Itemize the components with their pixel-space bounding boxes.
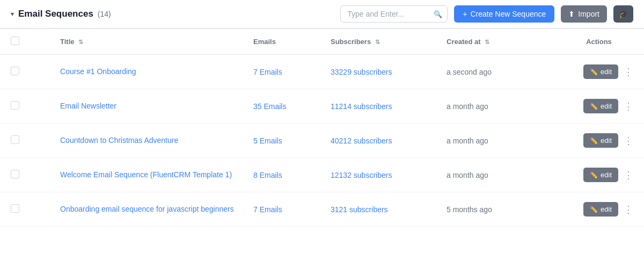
row-subscribers-cell: 11214 subscribers (322, 89, 438, 124)
sequence-emails: 8 Emails (253, 171, 282, 179)
sequence-title-link[interactable]: Onboarding email sequence for javascript… (60, 205, 234, 213)
import-button[interactable]: ⬆ Import (561, 5, 607, 23)
row-subscribers-cell: 12132 subscribers (322, 158, 438, 192)
row-subscribers-cell: 3121 subscribers (322, 192, 438, 227)
title-col-label: Title (60, 38, 75, 46)
more-options-button[interactable]: ⋮ (621, 66, 635, 78)
row-emails-cell: 5 Emails (245, 124, 322, 158)
upload-icon: ⬆ (568, 10, 575, 18)
pencil-icon: ✏️ (590, 171, 598, 179)
edit-label: edit (601, 205, 612, 213)
sequence-emails: 5 Emails (253, 136, 282, 145)
sequence-subscribers: 12132 subscribers (331, 171, 392, 179)
table-row: Countdown to Christmas Adventure 5 Email… (0, 124, 644, 158)
sequences-table: Title ⇅ Emails Subscribers ⇅ Created at … (0, 28, 644, 227)
title-sort-icon[interactable]: ⇅ (78, 39, 83, 45)
table-row: Welcome Email Sequence (FluentCRM Templa… (0, 158, 644, 192)
sequence-created-at: 5 months ago (447, 205, 492, 214)
row-checkbox-cell (0, 124, 52, 158)
header-emails-col: Emails (245, 29, 322, 55)
table-row: Onboarding email sequence for javascript… (0, 192, 644, 227)
table-row: Course #1 Onboarding 7 Emails 33229 subs… (0, 55, 644, 89)
row-created-cell: a month ago (438, 124, 554, 158)
created-sort-icon[interactable]: ⇅ (485, 39, 489, 45)
row-title-cell: Onboarding email sequence for javascript… (52, 192, 245, 227)
sequence-subscribers: 11214 subscribers (331, 102, 392, 111)
more-options-button[interactable]: ⋮ (621, 100, 635, 112)
edit-button[interactable]: ✏️ edit (583, 202, 618, 217)
sequence-title-link[interactable]: Countdown to Christmas Adventure (60, 136, 178, 145)
create-sequence-button[interactable]: + Create New Sequence (454, 5, 554, 23)
plus-icon: + (463, 10, 467, 18)
row-actions-cell: ✏️ edit ⋮ (554, 89, 644, 124)
header-title-col: Title ⇅ (52, 29, 245, 55)
edit-button[interactable]: ✏️ edit (583, 168, 618, 182)
edit-label: edit (601, 136, 612, 145)
edit-label: edit (601, 68, 612, 76)
row-checkbox-cell (0, 55, 52, 89)
table-header-row: Title ⇅ Emails Subscribers ⇅ Created at … (0, 29, 644, 55)
more-options-button[interactable]: ⋮ (621, 135, 635, 147)
sequence-emails: 7 Emails (253, 205, 282, 214)
chevron-icon[interactable]: ▾ (11, 10, 14, 18)
header-actions-col: Actions (554, 29, 644, 55)
sequence-created-at: a second ago (447, 68, 492, 76)
more-options-button[interactable]: ⋮ (621, 204, 635, 215)
sequence-title-link[interactable]: Course #1 Onboarding (60, 67, 136, 76)
page-title: Email Sequences (18, 9, 93, 19)
pencil-icon: ✏️ (590, 103, 598, 110)
row-title-cell: Countdown to Christmas Adventure (52, 124, 245, 158)
row-checkbox-3[interactable] (11, 170, 19, 178)
create-button-label: Create New Sequence (470, 10, 546, 18)
row-emails-cell: 8 Emails (245, 158, 322, 192)
sequence-created-at: a month ago (447, 136, 488, 145)
row-subscribers-cell: 33229 subscribers (322, 55, 438, 89)
subscribers-col-label: Subscribers (331, 38, 371, 46)
header-checkbox-col (0, 29, 52, 55)
edit-button[interactable]: ✏️ edit (583, 99, 618, 113)
row-checkbox-4[interactable] (11, 204, 19, 213)
more-options-button[interactable]: ⋮ (621, 169, 635, 181)
header-subscribers-col: Subscribers ⇅ (322, 29, 438, 55)
cap-button[interactable]: 🎓 (613, 5, 633, 23)
sequence-title-link[interactable]: Welcome Email Sequence (FluentCRM Templa… (60, 170, 232, 179)
sequence-created-at: a month ago (447, 102, 488, 111)
actions-group: ✏️ edit ⋮ (562, 133, 635, 148)
actions-group: ✏️ edit ⋮ (562, 64, 635, 79)
import-button-label: Import (578, 10, 599, 18)
actions-col-label: Actions (586, 38, 612, 46)
actions-group: ✏️ edit ⋮ (562, 202, 635, 217)
row-checkbox-cell (0, 89, 52, 124)
subscribers-sort-icon[interactable]: ⇅ (375, 39, 380, 45)
row-created-cell: 5 months ago (438, 192, 554, 227)
header-title-group: ▾ Email Sequences (14) (11, 9, 334, 19)
row-actions-cell: ✏️ edit ⋮ (554, 158, 644, 192)
row-created-cell: a month ago (438, 158, 554, 192)
edit-button[interactable]: ✏️ edit (583, 64, 618, 79)
actions-group: ✏️ edit ⋮ (562, 168, 635, 182)
row-checkbox-2[interactable] (11, 135, 19, 144)
header-created-col: Created at ⇅ (438, 29, 554, 55)
sequence-count: (14) (98, 10, 111, 18)
edit-button[interactable]: ✏️ edit (583, 133, 618, 148)
select-all-checkbox[interactable] (11, 37, 19, 45)
row-checkbox-cell (0, 192, 52, 227)
row-created-cell: a second ago (438, 55, 554, 89)
row-emails-cell: 7 Emails (245, 192, 322, 227)
search-input[interactable] (340, 5, 448, 23)
row-emails-cell: 35 Emails (245, 89, 322, 124)
sequence-emails: 35 Emails (253, 102, 286, 111)
emails-col-label: Emails (253, 38, 276, 46)
table-row: Email Newsletter 35 Emails 11214 subscri… (0, 89, 644, 124)
search-wrapper: 🔍 (340, 5, 448, 23)
sequence-emails: 7 Emails (253, 68, 282, 76)
row-checkbox-1[interactable] (11, 101, 19, 110)
row-title-cell: Course #1 Onboarding (52, 55, 245, 89)
row-checkbox-cell (0, 158, 52, 192)
sequence-title-link[interactable]: Email Newsletter (60, 102, 116, 110)
row-checkbox-0[interactable] (11, 67, 19, 75)
actions-group: ✏️ edit ⋮ (562, 99, 635, 113)
row-actions-cell: ✏️ edit ⋮ (554, 124, 644, 158)
row-actions-cell: ✏️ edit ⋮ (554, 55, 644, 89)
row-subscribers-cell: 40212 subscribers (322, 124, 438, 158)
